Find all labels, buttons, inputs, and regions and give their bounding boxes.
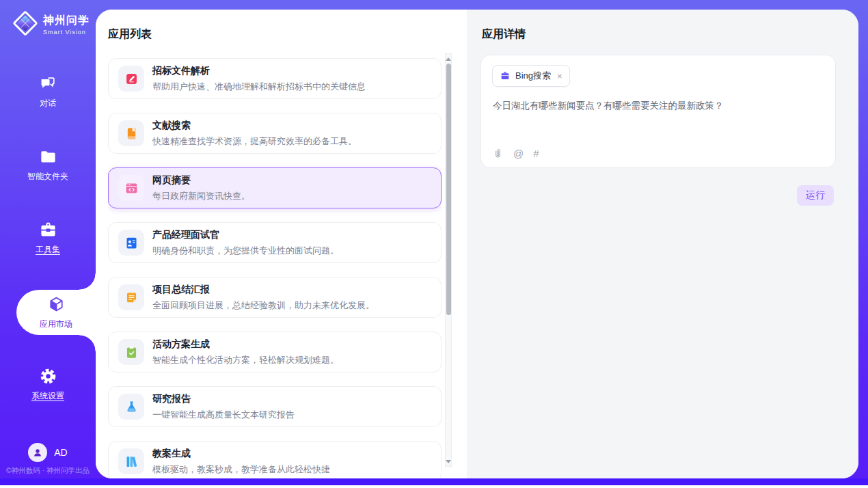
note-icon	[118, 284, 144, 310]
browser-icon	[118, 175, 144, 201]
prompt-card[interactable]: Bing搜索 × 今日湖北有哪些新闻要点？有哪些需要关注的最新政策？ @#	[480, 55, 836, 168]
app-card-description: 一键智能生成高质量长文本研究报告	[152, 409, 295, 421]
app-card-title: 招标文件解析	[152, 65, 366, 77]
book-icon	[118, 120, 144, 146]
app-card-title: 产品经理面试官	[152, 229, 339, 241]
app-card[interactable]: 教案生成 模板驱动，教案秒成，教学准备从此轻松快捷	[108, 441, 442, 478]
chat-icon	[39, 74, 57, 93]
scroll-down-icon[interactable]	[446, 458, 451, 465]
app-detail-title: 应用详情	[482, 27, 526, 42]
user-icon	[31, 446, 44, 459]
app-card-description: 快速精准查找学术资源，提高研究效率的必备工具。	[152, 135, 357, 148]
app-card-description: 每日政府新闻资讯快查。	[152, 190, 250, 202]
app-card-description: 智能生成个性化活动方案，轻松解决规划难题。	[152, 354, 339, 366]
sidebar-item-toolset[interactable]: 工具集	[0, 217, 96, 259]
app-card[interactable]: 文献搜索 快速精准查找学术资源，提高研究效率的必备工具。	[108, 113, 442, 154]
app-card[interactable]: 招标文件解析 帮助用户快速、准确地理解和解析招标书中的关键信息	[108, 58, 442, 99]
app-card-title: 活动方案生成	[152, 338, 339, 351]
bottom-accent-bar	[0, 478, 868, 485]
person-doc-icon	[118, 230, 144, 256]
close-icon[interactable]: ×	[557, 71, 562, 81]
gear-icon	[39, 367, 57, 385]
brand-name: 神州问学	[43, 14, 90, 28]
run-button[interactable]: 运行	[797, 185, 834, 206]
tool-tag-bing-search[interactable]: Bing搜索 ×	[492, 65, 570, 87]
app-window: 神州问学 Smart Vision 对话 智能文件夹 工具集 应用市场 系统设置	[0, 0, 868, 488]
user-name: AD	[54, 447, 67, 458]
sidebar-menu: 对话 智能文件夹 工具集 应用市场 系统设置	[0, 70, 96, 436]
flask-icon	[118, 394, 144, 420]
attachment-toolbar: @#	[492, 148, 539, 159]
content-area: 应用列表 招标文件解析 帮助用户快速、准确地理解和解析招标书中的关键信息 文献搜…	[96, 10, 858, 478]
app-card-title: 网页摘要	[152, 174, 250, 187]
prompt-text[interactable]: 今日湖北有哪些新闻要点？有哪些需要关注的最新政策？	[493, 99, 824, 113]
app-list-panel: 应用列表 招标文件解析 帮助用户快速、准确地理解和解析招标书中的关键信息 文献搜…	[96, 10, 467, 478]
app-card-description: 全面回顾项目进展，总结经验教训，助力未来优化发展。	[152, 299, 375, 312]
sidebar-item-label: 智能文件夹	[27, 171, 68, 182]
sidebar-item-label: 工具集	[36, 244, 60, 256]
app-card[interactable]: 活动方案生成 智能生成个性化活动方案，轻松解决规划难题。	[108, 331, 442, 372]
app-card[interactable]: 产品经理面试官 明确身份和职责，为您提供专业性的面试问题。	[108, 222, 442, 263]
sidebar-item-label: 应用市场	[40, 318, 72, 330]
app-card[interactable]: 研究报告 一键智能生成高质量长文本研究报告	[108, 386, 442, 427]
copyright: ©神州数码 · 神州问学出品	[0, 466, 96, 476]
cube-icon	[47, 295, 66, 314]
app-card[interactable]: 项目总结汇报 全面回顾项目进展，总结经验教训，助力未来优化发展。	[108, 277, 442, 318]
sidebar-item-label: 对话	[40, 98, 56, 109]
app-card-description: 明确身份和职责，为您提供专业性的面试问题。	[152, 245, 339, 257]
app-card-description: 模板驱动，教案秒成，教学准备从此轻松快捷	[152, 463, 330, 476]
pen-square-icon	[118, 66, 144, 92]
app-card-title: 教案生成	[152, 448, 330, 460]
app-detail-panel: 应用详情 Bing搜索 × 今日湖北有哪些新闻要点？有哪些需要关注的最新政策？ …	[467, 10, 858, 478]
tool-tag-label: Bing搜索	[515, 70, 551, 82]
app-card-title: 文献搜索	[152, 120, 357, 132]
brand-logo: 神州问学 Smart Vision	[0, 0, 96, 40]
paperclip-icon[interactable]	[492, 148, 504, 159]
app-card-list: 招标文件解析 帮助用户快速、准确地理解和解析招标书中的关键信息 文献搜索 快速精…	[108, 58, 442, 478]
brand-diamond-icon	[12, 10, 38, 39]
scrollbar[interactable]	[445, 53, 452, 467]
sidebar-item-app-market[interactable]: 应用市场	[16, 290, 96, 335]
brand-subtitle: Smart Vision	[43, 29, 90, 36]
scrollbar-thumb[interactable]	[446, 64, 451, 315]
app-card[interactable]: 网页摘要 每日政府新闻资讯快查。	[108, 167, 442, 208]
avatar[interactable]	[28, 443, 47, 462]
sidebar-item-smart-folder[interactable]: 智能文件夹	[0, 144, 96, 186]
sidebar: 神州问学 Smart Vision 对话 智能文件夹 工具集 应用市场 系统设置	[0, 0, 96, 478]
app-list-title: 应用列表	[108, 27, 152, 42]
books-icon	[118, 448, 144, 474]
app-card-title: 项目总结汇报	[152, 284, 375, 296]
toolbox-icon	[39, 221, 57, 239]
briefcase-icon	[500, 70, 511, 81]
scroll-up-icon[interactable]	[446, 55, 451, 62]
app-card-title: 研究报告	[152, 393, 295, 405]
sidebar-item-label: 系统设置	[31, 390, 64, 402]
folder-icon	[39, 148, 57, 166]
user-row[interactable]: AD	[0, 443, 96, 462]
at-icon[interactable]: @	[513, 148, 524, 159]
sidebar-item-settings[interactable]: 系统设置	[0, 363, 96, 405]
hash-icon[interactable]: #	[533, 148, 539, 159]
clipboard-check-icon	[118, 339, 144, 365]
sidebar-item-chat[interactable]: 对话	[0, 70, 96, 113]
app-frame: 神州问学 Smart Vision 对话 智能文件夹 工具集 应用市场 系统设置	[0, 0, 868, 478]
app-card-description: 帮助用户快速、准确地理解和解析招标书中的关键信息	[152, 81, 366, 93]
